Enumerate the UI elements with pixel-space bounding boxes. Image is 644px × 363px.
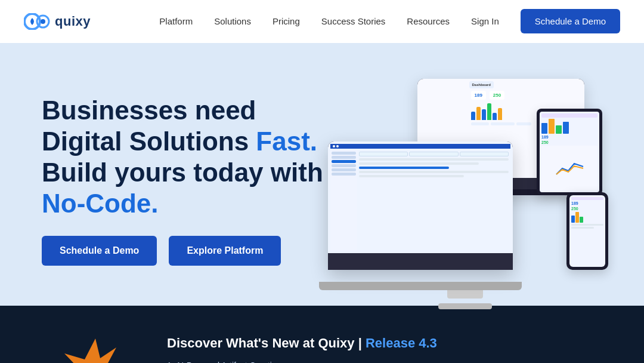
release-features-list: 1. AI-Powered Artifact Creation 2. Seaml… — [167, 361, 584, 363]
laptop-device — [328, 141, 513, 270]
explore-platform-button[interactable]: Explore Platform — [169, 236, 281, 266]
nav-cta-button[interactable]: Schedule a Demo — [521, 9, 620, 33]
nav-solutions[interactable]: Solutions — [214, 16, 251, 26]
nav-success-stories[interactable]: Success Stories — [321, 16, 386, 26]
phone-screen: 189 250 — [569, 195, 605, 267]
quixy-logo-icon — [24, 13, 50, 30]
nav-sign-in[interactable]: Sign In — [471, 16, 499, 26]
schedule-demo-button[interactable]: Schedule a Demo — [42, 236, 157, 266]
phone-device: 189 250 — [566, 192, 608, 270]
list-item: 1. AI-Powered Artifact Creation — [167, 361, 584, 363]
release-content: Discover What's New at Quixy | Release 4… — [167, 336, 584, 363]
svg-point-2 — [41, 19, 45, 24]
badge-svg: RELEASE 4.3 — [60, 336, 131, 363]
monitor-stand — [438, 303, 492, 309]
nav-links: Platform Solutions Pricing Success Stori… — [159, 16, 620, 27]
laptop-base — [319, 282, 522, 290]
hero-section: Businesses need Digital Solutions Fast. … — [0, 43, 644, 306]
tablet-device: 189 250 — [537, 109, 602, 195]
logo-text: quixy — [55, 14, 91, 29]
svg-marker-3 — [63, 339, 128, 363]
nav-platform[interactable]: Platform — [159, 16, 193, 26]
hero-devices-image: Dashboard 189 250 — [328, 79, 602, 282]
tablet-screen: 189 250 — [540, 112, 599, 192]
release-title: Discover What's New at Quixy | Release 4… — [167, 336, 584, 351]
laptop-screen — [328, 141, 513, 253]
hero-text: Businesses need Digital Solutions Fast. … — [42, 95, 323, 266]
hero-heading: Businesses need Digital Solutions Fast. … — [42, 95, 323, 219]
release-badge: RELEASE 4.3 — [60, 336, 131, 363]
bottom-section: RELEASE 4.3 Discover What's New at Quixy… — [0, 306, 644, 363]
nav-resources[interactable]: Resources — [407, 16, 450, 26]
logo[interactable]: quixy — [24, 13, 91, 30]
hero-buttons: Schedule a Demo Explore Platform — [42, 236, 323, 266]
navbar: quixy Platform Solutions Pricing Success… — [0, 0, 644, 43]
nav-pricing[interactable]: Pricing — [273, 16, 300, 26]
